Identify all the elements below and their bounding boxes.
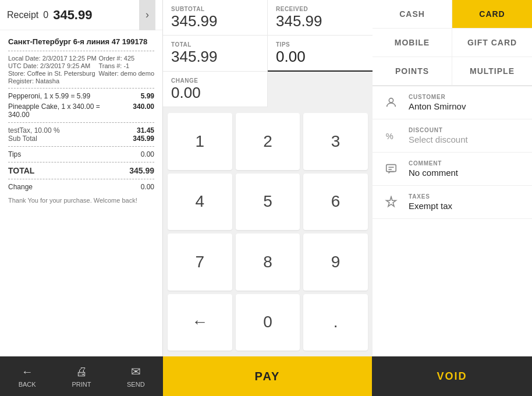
receipt-totals: Tips 0.00 TOTAL 345.99 Change 0.00 [8,150,154,191]
total-label: TOTAL [171,41,259,48]
receipt-body: Санкт-Петербург 6-я линия 47 199178 Loca… [0,30,162,356]
divider-1 [8,51,154,51]
item-price: 340.00 [133,102,154,119]
divider-2 [8,88,154,89]
tax-label: testTax, 10.00 % [8,126,60,135]
receipt-label: Receipt [7,10,38,20]
print-icon: 🖨 [76,365,87,379]
taxes-icon [382,193,400,211]
numpad-5[interactable]: 5 [236,174,300,231]
totals-grid: SUBTOTAL 345.99 RECEIVED 345.99 TOTAL 34… [163,0,373,107]
void-button[interactable]: VOID [372,356,532,396]
receipt-meta-left: Local Date: 2/3/2017 12:25 PM UTC Date: … [8,55,97,84]
numpad-0[interactable]: 0 [236,294,300,351]
change-value: 0.00 [171,84,259,102]
divider-3 [8,122,154,123]
numpad-4[interactable]: 4 [168,174,232,231]
numpad-1[interactable]: 1 [168,113,232,170]
numpad-dot[interactable]: . [303,294,368,351]
subtotal-value: 345.99 [171,12,259,30]
customer-icon [382,93,400,112]
receipt-header-total: 345.99 [53,8,92,23]
item-name: Pepperoni, 1 x 5.99 = 5.99 [8,92,90,100]
numpad-6[interactable]: 6 [303,174,368,231]
numpad-3[interactable]: 3 [303,113,368,170]
comment-label: COMMENT [409,160,458,167]
tips-cell: TIPS 0.00 [268,36,373,72]
received-label: RECEIVED [276,6,364,12]
comment-content: COMMENT No comment [409,160,458,178]
discount-row[interactable]: % DISCOUNT Select discount [373,119,532,153]
send-icon: ✉ [131,365,141,379]
taxes-content: TAXES Exempt tax [409,193,452,211]
discount-label: DISCOUNT [409,127,468,133]
total-value: 345.99 [129,166,154,175]
numpad-2[interactable]: 2 [236,113,300,170]
payment-methods: CASH CARD MOBILE GIFT CARD POINTS MULTIP… [373,0,532,86]
list-item: Pineapple Cake, 1 x 340.00 =340.00 340.0… [8,102,154,119]
tips-value: 0.00 [276,48,364,66]
discount-content: DISCOUNT Select discount [409,127,468,144]
right-panel: CASH CARD MOBILE GIFT CARD POINTS MULTIP… [373,0,532,356]
payment-gift-card[interactable]: GIFT CARD [452,29,532,57]
total-row: TOTAL 345.99 [8,166,154,175]
discount-value: Select discount [409,135,468,144]
numpad-8[interactable]: 8 [236,234,300,291]
bottom-bar: ← BACK 🖨 PRINT ✉ SEND PAY VOID [0,356,532,396]
tips-value: 0.00 [141,150,154,158]
customer-content: CUSTOMER Anton Smirnov [409,94,466,111]
subtotal-row: Sub Total 345.99 [8,135,154,143]
change-row: Change 0.00 [8,183,154,191]
taxes-value: Exempt tax [409,201,452,211]
payment-mobile[interactable]: MOBILE [373,29,452,57]
svg-text:%: % [386,132,393,141]
subtotal-label: SUBTOTAL [171,6,259,12]
send-button[interactable]: ✉ SEND [109,356,163,396]
taxes-row[interactable]: TAXES Exempt tax [373,186,532,219]
subtotal-value: 345.99 [133,135,154,143]
print-button[interactable]: 🖨 PRINT [54,356,108,396]
back-button[interactable]: ← BACK [0,356,54,396]
change-cell: CHANGE 0.00 [163,72,268,107]
main-area: Receipt 0 345.99 › Санкт-Петербург 6-я л… [0,0,532,356]
back-icon: ← [22,365,33,379]
tips-label: TIPS [276,41,364,48]
tips-row: Tips 0.00 [8,150,154,158]
trans-num: Trans #: -1 [98,62,154,69]
order-num: Order #: 425 [98,55,154,62]
payment-points[interactable]: POINTS [373,57,452,86]
total-value: 345.99 [171,48,259,66]
payment-cash[interactable]: CASH [373,0,452,29]
comment-row[interactable]: COMMENT No comment [373,153,532,186]
numpad-7[interactable]: 7 [168,234,232,291]
back-label: BACK [19,381,36,388]
divider-4 [8,146,154,147]
received-value: 345.99 [276,12,364,30]
item-name: Pineapple Cake, 1 x 340.00 =340.00 [8,102,100,119]
payment-multiple[interactable]: MULTIPLE [452,57,532,86]
receipt-items: Pepperoni, 1 x 5.99 = 5.99 5.99 Pineappl… [8,92,154,119]
receipt-meta: Local Date: 2/3/2017 12:25 PM UTC Date: … [8,55,154,84]
customer-value: Anton Smirnov [409,101,466,111]
payment-card[interactable]: CARD [452,0,532,29]
bottom-nav: ← BACK 🖨 PRINT ✉ SEND [0,356,163,396]
receipt-panel: Receipt 0 345.99 › Санкт-Петербург 6-я л… [0,0,163,356]
numpad-backspace[interactable]: ← [168,294,232,351]
svg-point-0 [389,98,393,102]
divider-6 [8,179,154,179]
subtotal-label: Sub Total [8,135,37,143]
receipt-count: 0 [43,10,48,20]
numpad-9[interactable]: 9 [303,234,368,291]
print-label: PRINT [72,381,91,388]
utc-date: UTC Date: 2/3/2017 9:25 AM [8,62,97,69]
receipt-header: Receipt 0 345.99 › [0,0,162,30]
receipt-chevron[interactable]: › [139,0,155,30]
discount-icon: % [382,126,400,145]
svg-rect-2 [386,165,396,172]
change-label: CHANGE [171,77,259,84]
list-item: Pepperoni, 1 x 5.99 = 5.99 5.99 [8,92,154,100]
pay-button[interactable]: PAY [163,356,372,396]
total-label: TOTAL [8,166,34,175]
receipt-header-left: Receipt 0 345.99 [7,8,92,23]
numpad: 1 2 3 4 5 6 7 8 9 ← 0 . [163,107,373,356]
